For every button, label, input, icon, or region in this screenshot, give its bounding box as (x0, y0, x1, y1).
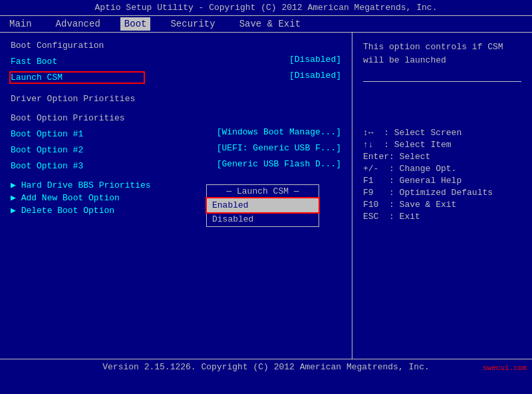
divider (363, 81, 521, 82)
key-row-f9: F9 : Optimized Defaults (363, 188, 521, 198)
fast-boot-row: Fast Boot [Disabled] (11, 55, 341, 69)
left-panel: Boot Configuration Fast Boot [Disabled] … (0, 33, 352, 359)
fast-boot-value: [Disabled] (289, 55, 341, 69)
launch-csm-row: Launch CSM [Disabled] (11, 71, 341, 85)
title-text: Aptio Setup Utility - Copyright (C) 2012… (95, 3, 438, 13)
right-panel: This option controls if CSMwill be launc… (352, 33, 532, 359)
key-row-enter: Enter: Select (363, 152, 521, 162)
boot-option-1-label[interactable]: Boot Option #1 (11, 129, 144, 139)
nav-item-main[interactable]: Main (5, 17, 36, 31)
footer: Version 2.15.1226. Copyright (C) 2012 Am… (0, 359, 532, 375)
fast-boot-label[interactable]: Fast Boot (11, 57, 144, 67)
launch-csm-value: [Disabled] (289, 71, 341, 85)
boot-option-title: Boot Option Priorities (11, 113, 341, 123)
launch-csm-label[interactable]: Launch CSM (11, 73, 144, 83)
nav-item-advanced[interactable]: Advanced (52, 17, 104, 31)
key-row-f1: F1 : General Help (363, 176, 521, 186)
title-bar: Aptio Setup Utility - Copyright (C) 2012… (0, 0, 532, 16)
boot-config-title: Boot Configuration (11, 41, 341, 51)
boot-option-1-row: Boot Option #1 [Windows Boot Manage...] (11, 127, 341, 141)
boot-option-2-label[interactable]: Boot Option #2 (11, 145, 144, 155)
key-help: ↕↔ : Select Screen ↑↓ : Select Item Ente… (363, 126, 521, 224)
key-row-item: ↑↓ : Select Item (363, 140, 521, 150)
boot-option-3-row: Boot Option #3 [Generic USB Flash D...] (11, 159, 341, 173)
help-text: This option controls if CSMwill be launc… (363, 41, 521, 67)
dropdown-title: — Launch CSM — (207, 185, 319, 198)
boot-option-3-value: [Generic USB Flash D...] (217, 159, 341, 173)
footer-text: Version 2.15.1226. Copyright (C) 2012 Am… (102, 362, 429, 372)
nav-item-boot[interactable]: Boot (120, 17, 151, 31)
main-content: Boot Configuration Fast Boot [Disabled] … (0, 33, 532, 359)
nav-bar: MainAdvancedBootSecuritySave & Exit (0, 16, 532, 33)
key-row-screen: ↕↔ : Select Screen (363, 128, 521, 138)
driver-option-title: Driver Option Priorities (11, 94, 341, 104)
nav-item-save-and-exit[interactable]: Save & Exit (235, 17, 305, 31)
boot-option-1-value: [Windows Boot Manage...] (217, 127, 341, 141)
footer-brand: swecui.com (483, 364, 527, 372)
key-row-change: +/- : Change Opt. (363, 164, 521, 174)
boot-option-3-label[interactable]: Boot Option #3 (11, 161, 144, 171)
launch-csm-dropdown: — Launch CSM — Enabled Disabled (206, 184, 319, 227)
dropdown-option-enabled[interactable]: Enabled (207, 198, 319, 212)
dropdown-option-disabled[interactable]: Disabled (207, 212, 319, 226)
boot-option-2-row: Boot Option #2 [UEFI: Generic USB F...] (11, 143, 341, 157)
boot-option-2-value: [UEFI: Generic USB F...] (217, 143, 341, 157)
key-row-f10: F10 : Save & Exit (363, 200, 521, 210)
nav-item-security[interactable]: Security (166, 17, 219, 31)
key-row-esc: ESC : Exit (363, 212, 521, 222)
